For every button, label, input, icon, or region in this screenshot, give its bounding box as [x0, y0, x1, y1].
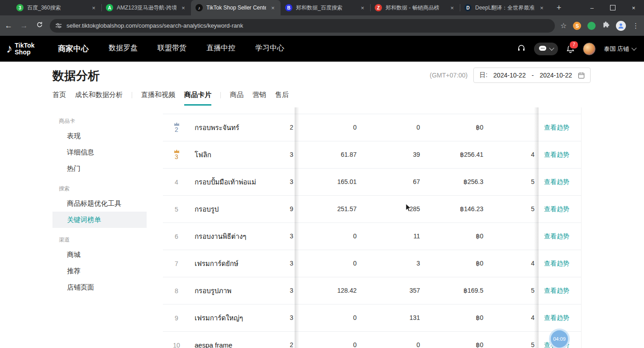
- sidebar-item[interactable]: 商品标题优化工具: [52, 195, 147, 212]
- sogou-extension-icon[interactable]: S: [573, 22, 581, 30]
- nav-item[interactable]: 联盟带货: [157, 44, 186, 54]
- nav-item[interactable]: 数据罗盘: [109, 44, 138, 54]
- browser-tab[interactable]: ♪TikTok Shop Seller Cente×: [191, 0, 281, 15]
- page-tab[interactable]: 商品: [230, 91, 243, 106]
- sidebar-item[interactable]: 商城: [52, 246, 147, 263]
- tab-title: TikTok Shop Seller Cente: [206, 5, 266, 11]
- url-text[interactable]: seller.tiktokglobalshop.com/compass/sear…: [67, 22, 549, 29]
- new-tab-button[interactable]: +: [553, 2, 565, 14]
- keyword-cell: กรอบงานพิธีต่างๆ: [195, 223, 246, 250]
- view-trend-link[interactable]: 查看趋势: [539, 250, 575, 277]
- support-headset-icon[interactable]: [517, 44, 526, 54]
- tab-favicon: 3: [16, 4, 24, 11]
- page-tab[interactable]: 直播和视频: [141, 91, 175, 106]
- chevron-down-icon: [549, 45, 554, 50]
- bookmark-star-icon[interactable]: ☆: [560, 21, 567, 30]
- keyword-rank-table: 2กรอบพระจันทร์200฿0查看趋势3โฟลิก361.8739฿25…: [163, 107, 582, 348]
- browser-menu-icon[interactable]: ⋮: [632, 22, 638, 30]
- browser-profile-avatar[interactable]: [616, 21, 626, 31]
- value-cell: ฿0: [416, 223, 483, 250]
- messages-button[interactable]: [534, 43, 558, 55]
- view-trend-link[interactable]: 查看趋势: [539, 114, 575, 141]
- sidebar-item[interactable]: 店铺页面: [52, 279, 147, 295]
- view-trend-link[interactable]: 查看趋势: [539, 304, 575, 331]
- shop-avatar[interactable]: [583, 43, 596, 55]
- value-cell: ฿256.41: [416, 141, 483, 168]
- value-cell: 11: [353, 223, 420, 250]
- close-window-button[interactable]: ×: [623, 0, 644, 15]
- minimize-button[interactable]: –: [582, 0, 602, 15]
- tab-close-icon[interactable]: ×: [359, 5, 366, 11]
- browser-tab[interactable]: AAMZ123亚马逊导航-跨境...×: [101, 0, 191, 15]
- chat-bubble-icon: [539, 45, 547, 52]
- crown-icon: [174, 122, 180, 126]
- rank-cell: 3: [170, 141, 183, 168]
- browser-tab[interactable]: B郑和数据_百度搜索×: [281, 0, 370, 15]
- browser-tab[interactable]: 3百度_360搜索×: [12, 0, 101, 15]
- address-bar[interactable]: seller.tiktokglobalshop.com/compass/sear…: [50, 19, 555, 33]
- table-row: 5กรอบรูป9251.57285฿146.235查看趋势: [163, 196, 581, 223]
- sidebar-item[interactable]: 表现: [52, 128, 147, 144]
- tab-close-icon[interactable]: ×: [91, 5, 97, 11]
- keyword-cell: กรอบปั้มมือเท้าพ่อแม่: [195, 169, 256, 195]
- keyword-cell: aespa frame: [195, 332, 232, 348]
- value-cell: 61.87: [290, 141, 357, 168]
- clipped-value-right: 4: [480, 141, 534, 168]
- date-start-value[interactable]: 2024-10-22: [493, 72, 526, 79]
- rank-number: 6: [175, 233, 178, 240]
- extensions-puzzle-icon[interactable]: [602, 21, 610, 30]
- sidebar-item[interactable]: 热门: [52, 160, 147, 177]
- notification-badge: 7: [569, 40, 579, 49]
- view-trend-link[interactable]: 查看趋势: [539, 141, 575, 168]
- tab-title: AMZ123亚马逊导航-跨境...: [117, 4, 177, 12]
- site-settings-icon[interactable]: [55, 22, 62, 29]
- browser-toolbar: ← → seller.tiktokglobalshop.com/compass/…: [0, 15, 644, 36]
- date-end-value[interactable]: 2024-10-22: [539, 72, 572, 79]
- view-trend-link[interactable]: 查看趋势: [539, 223, 575, 250]
- sidebar-item[interactable]: 详细信息: [52, 144, 147, 160]
- tiktok-shop-logo[interactable]: ♪ TikTok Shop: [6, 42, 50, 56]
- nav-item[interactable]: 直播中控: [206, 44, 235, 54]
- rank-number: 4: [175, 179, 178, 186]
- value-cell: 3: [353, 250, 420, 277]
- browser-tab[interactable]: Z郑和数据 - 畅销商品榜×: [370, 0, 460, 15]
- page-tab[interactable]: 商品卡片: [184, 91, 211, 106]
- rank-number: 10: [173, 342, 180, 348]
- tab-close-icon[interactable]: ×: [180, 5, 186, 11]
- notifications-button[interactable]: 7: [566, 44, 575, 53]
- view-trend-link[interactable]: 查看趋势: [539, 277, 575, 304]
- sidebar-item[interactable]: 推荐: [52, 263, 147, 279]
- calendar-icon[interactable]: [578, 72, 585, 79]
- sidebar-item[interactable]: 关键词榜单: [52, 212, 147, 228]
- page-tab[interactable]: 成长和数据分析: [75, 91, 123, 106]
- tab-close-icon[interactable]: ×: [449, 5, 455, 11]
- shop-switcher[interactable]: 泰国 店铺: [604, 45, 636, 53]
- nav-item[interactable]: 学习中心: [255, 44, 284, 54]
- rank-cell: 5: [170, 196, 183, 222]
- reload-button[interactable]: [33, 21, 46, 30]
- green-extension-icon[interactable]: [587, 22, 596, 30]
- seller-center-nav: ♪ TikTok Shop 商家中心数据罗盘联盟带货直播中控学习中心 7 泰国 …: [0, 36, 644, 62]
- maximize-button[interactable]: [602, 0, 623, 15]
- mouse-cursor: [405, 203, 412, 214]
- toolbar-extensions: ☆ S ⋮: [560, 21, 638, 31]
- view-trend-link[interactable]: 查看趋势: [539, 196, 575, 222]
- browser-tab[interactable]: DDeepL翻译：全世界最准...×: [460, 0, 549, 15]
- forward-button[interactable]: →: [17, 21, 31, 30]
- tab-close-icon[interactable]: ×: [539, 5, 545, 11]
- page-tab[interactable]: 营销: [253, 91, 266, 106]
- value-cell: 357: [353, 277, 420, 304]
- back-button[interactable]: ←: [2, 21, 15, 30]
- nav-item[interactable]: 商家中心: [58, 44, 89, 54]
- floating-timer[interactable]: 04:09: [549, 329, 570, 348]
- page-tab[interactable]: 售后: [275, 91, 289, 106]
- date-range-picker[interactable]: 日: 2024-10-22 - 2024-10-22: [473, 68, 591, 83]
- page-tab[interactable]: 首页: [52, 91, 66, 106]
- view-trend-link[interactable]: 查看趋势: [539, 169, 575, 195]
- table-row: 4กรอบปั้มมือเท้าพ่อแม่3165.0167฿256.35查看…: [163, 169, 581, 196]
- value-cell: 0: [290, 304, 357, 331]
- sidebar-section-label: 搜索: [52, 177, 147, 195]
- value-cell: 131: [353, 304, 420, 331]
- tab-close-icon[interactable]: ×: [270, 5, 276, 11]
- window-controls: – ×: [582, 0, 644, 15]
